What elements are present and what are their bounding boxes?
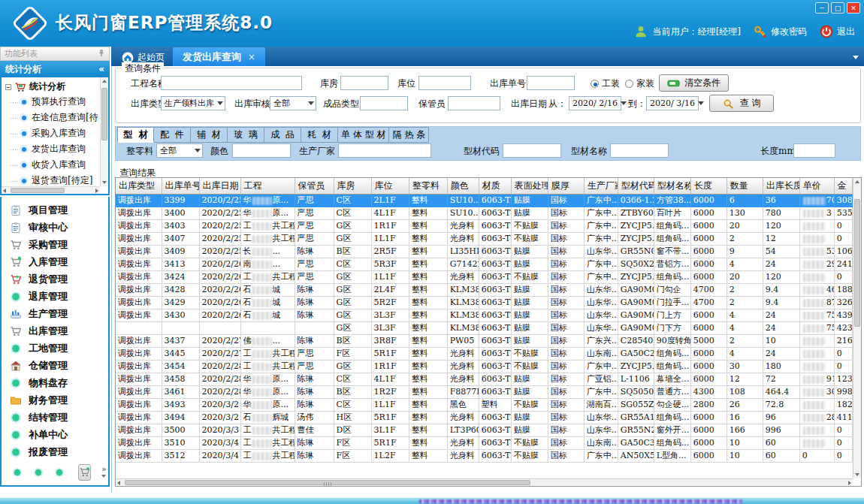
maximize-button[interactable]: □ bbox=[831, 2, 844, 14]
table-row[interactable]: 调拨出库34372020/2/27佛...陈琳B区3R8F整料PW056063-… bbox=[116, 334, 853, 347]
profile-name-input[interactable] bbox=[610, 143, 669, 158]
project-name-input[interactable] bbox=[161, 76, 302, 90]
table-row[interactable]: 调拨出库34282020/2/26石城陈琳G区2L4F整料KLM38176063… bbox=[116, 283, 853, 296]
sidebar-item-2[interactable]: 采购管理 bbox=[2, 236, 108, 253]
out-type-combobox[interactable]: 生产领料出库 bbox=[161, 96, 225, 110]
table-hscroll-thumb[interactable] bbox=[125, 480, 530, 485]
column-header-12[interactable]: 生产厂家 bbox=[584, 178, 618, 194]
radio-work[interactable]: 工装 bbox=[591, 77, 620, 90]
manufacturer-input[interactable] bbox=[338, 143, 431, 158]
column-header-7[interactable]: 整零料 bbox=[409, 178, 447, 194]
tab-close-icon[interactable]: × bbox=[248, 52, 255, 62]
sidebar-item-3[interactable]: 入库管理 bbox=[2, 253, 108, 270]
table-row[interactable]: 调拨出库35002020/3/3工共工程曹佳D区3L1F整料LT3P606063… bbox=[116, 424, 853, 436]
sidebar-item-14[interactable]: 报废管理 bbox=[2, 443, 108, 460]
keeper-input[interactable] bbox=[448, 96, 500, 110]
column-header-13[interactable]: 型材代码 bbox=[618, 178, 654, 194]
audit-combobox[interactable]: 全部 bbox=[270, 96, 316, 110]
tree-root[interactable]: 统计分析 bbox=[2, 77, 108, 94]
sidebar-item-8[interactable]: 工地管理 bbox=[2, 340, 108, 357]
section-header[interactable]: 统计分析 « bbox=[0, 61, 110, 77]
table-row[interactable]: 调拨出库34932020/3/2华原...陈琳C区1L1F整料黑色塑料不贴膜国标… bbox=[116, 398, 853, 411]
table-row[interactable]: 调拨出库34942020/3/2石辉城汤伟H区5R1F整料光身料6063-T5贴… bbox=[116, 411, 853, 424]
footer-more-button[interactable]: » bbox=[101, 466, 107, 478]
search-button[interactable]: 查 询 bbox=[709, 95, 774, 112]
sidebar-item-9[interactable]: 仓储管理 bbox=[2, 357, 108, 374]
table-row[interactable]: 调拨出库34612020/2/28华原...陈琳B区1R2F整料F8877FT6… bbox=[116, 385, 853, 398]
table-row[interactable]: 调拨出库34132020/2/26南...严思C区5R3F整料G71422606… bbox=[116, 258, 853, 270]
table-row[interactable]: 调拨出库34292020/2/26石城陈琳G区5R2F整料KLM38176063… bbox=[116, 296, 853, 309]
table-row[interactable]: 调拨出库34452020/2/27工共工程严思F区5R1F整料光身料6063-T… bbox=[116, 347, 853, 360]
tree-item-3[interactable]: 发货出库查询 bbox=[2, 141, 108, 157]
table-row[interactable]: 调拨出库34032020/2/25工共工程严思G区1R1F整料光身料6063-T… bbox=[116, 219, 853, 232]
column-header-11[interactable]: 膜厚 bbox=[548, 178, 584, 194]
sidebar-item-1[interactable]: 审核中心 bbox=[2, 219, 108, 236]
product-type-input[interactable] bbox=[360, 96, 408, 110]
column-header-0[interactable]: 出库类型 bbox=[116, 178, 162, 194]
tree-item-4[interactable]: 收货入库查询 bbox=[2, 157, 108, 173]
column-header-17[interactable]: 出库长度 bbox=[763, 178, 799, 194]
column-header-2[interactable]: 出库日期 bbox=[199, 178, 240, 194]
column-header-3[interactable]: 工程 bbox=[240, 178, 295, 194]
pin-icon[interactable] bbox=[98, 49, 105, 59]
table-row[interactable]: 调拨出库35102020/3/4工共工程陈琳F区5R1F整料光身料6063-T5… bbox=[116, 436, 853, 449]
footer-dot-icon[interactable] bbox=[54, 467, 65, 478]
tree-vertical-scrollbar[interactable] bbox=[100, 77, 108, 186]
sidebar-item-7[interactable]: 出库管理 bbox=[2, 322, 108, 340]
column-header-15[interactable]: 长度 bbox=[690, 178, 727, 194]
table-row[interactable]: G区3L3F整料KLM38176063-T5贴膜国标山东华...GA90M09.… bbox=[116, 321, 853, 334]
sidebar-item-4[interactable]: 退货管理 bbox=[2, 270, 108, 288]
sidebar-item-0[interactable]: 项目管理 bbox=[2, 201, 108, 219]
scroll-up-icon[interactable] bbox=[855, 180, 859, 183]
column-header-16[interactable]: 数量 bbox=[727, 178, 763, 194]
tree-horizontal-scrollbar[interactable] bbox=[2, 186, 100, 194]
sidebar-item-13[interactable]: 补单中心 bbox=[2, 426, 108, 443]
column-header-19[interactable]: 金 bbox=[834, 178, 852, 194]
material-tab-2[interactable]: 辅 材 bbox=[191, 127, 228, 143]
table-vertical-scrollbar[interactable] bbox=[853, 178, 861, 478]
profile-code-input[interactable] bbox=[503, 143, 561, 158]
clear-conditions-button[interactable]: 清空条件 bbox=[659, 74, 729, 92]
tree-vscroll-thumb[interactable] bbox=[101, 88, 107, 140]
material-tab-1[interactable]: 配 件 bbox=[154, 127, 191, 143]
scroll-right-icon[interactable] bbox=[95, 189, 98, 193]
column-header-4[interactable]: 保管员 bbox=[295, 178, 334, 194]
warehouse-input[interactable] bbox=[340, 76, 388, 90]
column-header-1[interactable]: 出库单号 bbox=[162, 178, 199, 194]
tree-item-2[interactable]: 采购入库查询 bbox=[2, 125, 108, 141]
radio-home[interactable]: 家装 bbox=[625, 77, 654, 90]
material-tab-3[interactable]: 玻 璃 bbox=[228, 127, 264, 143]
collapse-icon[interactable]: « bbox=[98, 64, 104, 74]
table-vscroll-thumb[interactable] bbox=[854, 199, 860, 327]
column-header-6[interactable]: 库位 bbox=[371, 178, 409, 194]
date-from-picker[interactable]: 2020/ 2/16 bbox=[569, 96, 621, 110]
minimize-button[interactable]: ─ bbox=[815, 2, 829, 14]
footer-dot-icon[interactable] bbox=[12, 467, 23, 478]
scroll-right-icon[interactable] bbox=[848, 481, 851, 485]
tab-active[interactable]: 发货出库查询 × bbox=[173, 47, 265, 66]
column-header-14[interactable]: 型材名称 bbox=[654, 178, 690, 194]
material-tab-6[interactable]: 单 体 型 材 bbox=[338, 127, 389, 143]
table-row[interactable]: 调拨出库35122020/3/4工共工程陈琳F区1L2F整料光身料6063-T5… bbox=[116, 449, 853, 462]
table-horizontal-scrollbar[interactable] bbox=[116, 478, 853, 486]
table-row[interactable]: 调拨出库34072020/2/25工共工程严思G区1L1F整料光身料6063-T… bbox=[116, 232, 853, 245]
material-tab-4[interactable]: 成 品 bbox=[264, 127, 301, 143]
scroll-down-icon[interactable] bbox=[102, 181, 107, 184]
table-row[interactable]: 调拨出库33992020/2/25华原...严思C区2L1F整料SU10...6… bbox=[116, 194, 853, 207]
column-header-10[interactable]: 表面处理 bbox=[511, 178, 548, 194]
location-input[interactable] bbox=[418, 76, 471, 90]
tree-hscroll-thumb[interactable] bbox=[11, 188, 65, 193]
sidebar-item-6[interactable]: 生产管理 bbox=[2, 305, 108, 322]
column-header-5[interactable]: 库房 bbox=[334, 178, 371, 194]
table-row[interactable]: 调拨出库34242020/2/26工共工程严思G区1L1F整料光身料6063-T… bbox=[116, 270, 853, 283]
tree-expander-icon[interactable] bbox=[5, 84, 11, 90]
scroll-left-icon[interactable] bbox=[117, 481, 120, 485]
scroll-up-icon[interactable] bbox=[102, 80, 107, 83]
whole-part-combobox[interactable]: 全部 bbox=[156, 143, 203, 158]
column-header-8[interactable]: 颜色 bbox=[447, 178, 479, 194]
table-row[interactable]: 调拨出库34092020/2/25长...陈琳B区2R5F整料LI35HD606… bbox=[116, 245, 853, 258]
table-row[interactable]: 调拨出库34302020/2/26石城陈琳G区3L3F整料KLM38176063… bbox=[116, 309, 853, 321]
order-no-input[interactable] bbox=[527, 76, 575, 90]
sidebar-item-10[interactable]: 物料盘存 bbox=[2, 374, 108, 391]
table-row[interactable]: 调拨出库34582020/2/28华原...陈琳C区4L1F整料光身料6063-… bbox=[116, 373, 853, 385]
